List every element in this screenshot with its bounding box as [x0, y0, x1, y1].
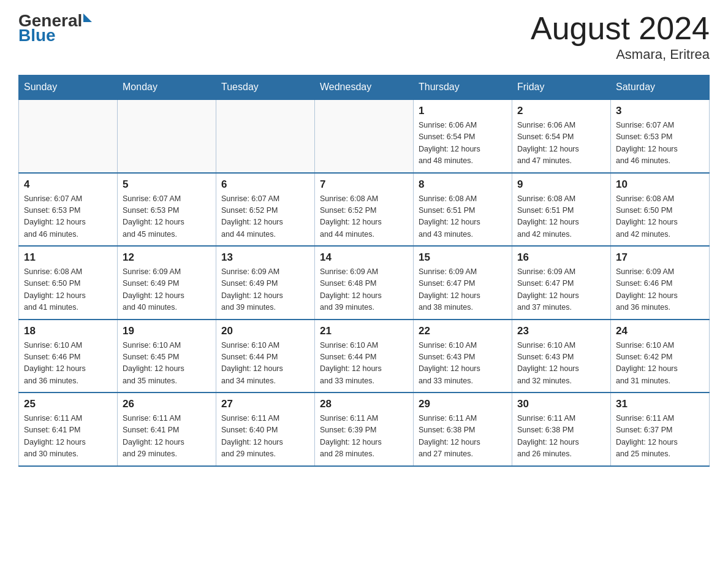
- col-sunday: Sunday: [19, 75, 118, 100]
- table-row: 4Sunrise: 6:07 AMSunset: 6:53 PMDaylight…: [19, 173, 118, 247]
- table-row: 15Sunrise: 6:09 AMSunset: 6:47 PMDayligh…: [414, 246, 512, 320]
- day-number: 23: [517, 325, 605, 337]
- table-row: 3Sunrise: 6:07 AMSunset: 6:53 PMDaylight…: [611, 99, 710, 173]
- day-number: 30: [517, 398, 605, 410]
- calendar-week-row: 25Sunrise: 6:11 AMSunset: 6:41 PMDayligh…: [19, 393, 710, 466]
- table-row: 12Sunrise: 6:09 AMSunset: 6:49 PMDayligh…: [118, 246, 216, 320]
- table-row: 29Sunrise: 6:11 AMSunset: 6:38 PMDayligh…: [414, 393, 512, 466]
- day-info: Sunrise: 6:08 AMSunset: 6:51 PMDaylight:…: [517, 193, 605, 241]
- day-info: Sunrise: 6:11 AMSunset: 6:38 PMDaylight:…: [517, 413, 605, 461]
- day-number: 17: [616, 251, 704, 264]
- day-number: 25: [24, 398, 112, 410]
- table-row: 11Sunrise: 6:08 AMSunset: 6:50 PMDayligh…: [19, 246, 118, 320]
- table-row: 19Sunrise: 6:10 AMSunset: 6:45 PMDayligh…: [118, 320, 216, 393]
- calendar-header-row: Sunday Monday Tuesday Wednesday Thursday…: [19, 75, 710, 100]
- day-info: Sunrise: 6:11 AMSunset: 6:41 PMDaylight:…: [24, 413, 112, 461]
- day-info: Sunrise: 6:09 AMSunset: 6:49 PMDaylight:…: [123, 266, 211, 314]
- table-row: 7Sunrise: 6:08 AMSunset: 6:52 PMDaylight…: [315, 173, 414, 247]
- table-row: [118, 99, 216, 173]
- logo: General Blue: [18, 12, 92, 44]
- table-row: [19, 99, 118, 173]
- day-info: Sunrise: 6:10 AMSunset: 6:43 PMDaylight:…: [419, 340, 507, 388]
- day-info: Sunrise: 6:11 AMSunset: 6:39 PMDaylight:…: [320, 413, 408, 461]
- day-info: Sunrise: 6:10 AMSunset: 6:42 PMDaylight:…: [616, 340, 704, 388]
- table-row: 18Sunrise: 6:10 AMSunset: 6:46 PMDayligh…: [19, 320, 118, 393]
- table-row: 25Sunrise: 6:11 AMSunset: 6:41 PMDayligh…: [19, 393, 118, 466]
- day-number: 4: [24, 178, 112, 191]
- day-info: Sunrise: 6:08 AMSunset: 6:51 PMDaylight:…: [419, 193, 507, 241]
- table-row: 28Sunrise: 6:11 AMSunset: 6:39 PMDayligh…: [315, 393, 414, 466]
- table-row: 24Sunrise: 6:10 AMSunset: 6:42 PMDayligh…: [611, 320, 710, 393]
- calendar-week-row: 1Sunrise: 6:06 AMSunset: 6:54 PMDaylight…: [19, 99, 710, 173]
- table-row: 10Sunrise: 6:08 AMSunset: 6:50 PMDayligh…: [611, 173, 710, 247]
- day-number: 14: [320, 251, 408, 264]
- day-number: 8: [419, 178, 507, 191]
- day-info: Sunrise: 6:09 AMSunset: 6:48 PMDaylight:…: [320, 266, 408, 314]
- day-info: Sunrise: 6:11 AMSunset: 6:41 PMDaylight:…: [123, 413, 211, 461]
- table-row: 30Sunrise: 6:11 AMSunset: 6:38 PMDayligh…: [512, 393, 611, 466]
- table-row: 5Sunrise: 6:07 AMSunset: 6:53 PMDaylight…: [118, 173, 216, 247]
- day-info: Sunrise: 6:08 AMSunset: 6:50 PMDaylight:…: [24, 266, 112, 314]
- day-number: 10: [616, 178, 704, 191]
- table-row: 8Sunrise: 6:08 AMSunset: 6:51 PMDaylight…: [414, 173, 512, 247]
- day-number: 19: [123, 325, 211, 337]
- day-info: Sunrise: 6:07 AMSunset: 6:53 PMDaylight:…: [123, 193, 211, 241]
- logo-text-blue: Blue: [18, 27, 92, 44]
- month-title: August 2024: [531, 12, 710, 44]
- day-info: Sunrise: 6:11 AMSunset: 6:37 PMDaylight:…: [616, 413, 704, 461]
- day-number: 11: [24, 251, 112, 264]
- day-number: 7: [320, 178, 408, 191]
- table-row: 27Sunrise: 6:11 AMSunset: 6:40 PMDayligh…: [216, 393, 315, 466]
- day-info: Sunrise: 6:09 AMSunset: 6:47 PMDaylight:…: [419, 266, 507, 314]
- day-info: Sunrise: 6:07 AMSunset: 6:53 PMDaylight:…: [616, 120, 704, 167]
- table-row: [315, 99, 414, 173]
- day-number: 27: [221, 398, 309, 410]
- day-number: 31: [616, 398, 704, 410]
- table-row: 20Sunrise: 6:10 AMSunset: 6:44 PMDayligh…: [216, 320, 315, 393]
- day-info: Sunrise: 6:06 AMSunset: 6:54 PMDaylight:…: [517, 120, 605, 167]
- table-row: 1Sunrise: 6:06 AMSunset: 6:54 PMDaylight…: [414, 99, 512, 173]
- table-row: 6Sunrise: 6:07 AMSunset: 6:52 PMDaylight…: [216, 173, 315, 247]
- day-info: Sunrise: 6:07 AMSunset: 6:53 PMDaylight:…: [24, 193, 112, 241]
- day-number: 1: [419, 105, 507, 117]
- day-info: Sunrise: 6:10 AMSunset: 6:44 PMDaylight:…: [221, 340, 309, 388]
- day-number: 9: [517, 178, 605, 191]
- table-row: 17Sunrise: 6:09 AMSunset: 6:46 PMDayligh…: [611, 246, 710, 320]
- title-section: August 2024 Asmara, Eritrea: [531, 12, 710, 63]
- day-info: Sunrise: 6:06 AMSunset: 6:54 PMDaylight:…: [419, 120, 507, 167]
- day-info: Sunrise: 6:10 AMSunset: 6:45 PMDaylight:…: [123, 340, 211, 388]
- day-info: Sunrise: 6:11 AMSunset: 6:38 PMDaylight:…: [419, 413, 507, 461]
- day-info: Sunrise: 6:11 AMSunset: 6:40 PMDaylight:…: [221, 413, 309, 461]
- page-header: General Blue August 2024 Asmara, Eritrea: [18, 12, 710, 63]
- table-row: 16Sunrise: 6:09 AMSunset: 6:47 PMDayligh…: [512, 246, 611, 320]
- day-info: Sunrise: 6:07 AMSunset: 6:52 PMDaylight:…: [221, 193, 309, 241]
- table-row: 23Sunrise: 6:10 AMSunset: 6:43 PMDayligh…: [512, 320, 611, 393]
- day-number: 12: [123, 251, 211, 264]
- location-title: Asmara, Eritrea: [531, 47, 710, 63]
- calendar-week-row: 18Sunrise: 6:10 AMSunset: 6:46 PMDayligh…: [19, 320, 710, 393]
- col-friday: Friday: [512, 75, 611, 100]
- day-info: Sunrise: 6:10 AMSunset: 6:46 PMDaylight:…: [24, 340, 112, 388]
- day-number: 5: [123, 178, 211, 191]
- col-monday: Monday: [118, 75, 216, 100]
- day-number: 26: [123, 398, 211, 410]
- col-tuesday: Tuesday: [216, 75, 315, 100]
- day-info: Sunrise: 6:09 AMSunset: 6:47 PMDaylight:…: [517, 266, 605, 314]
- table-row: 14Sunrise: 6:09 AMSunset: 6:48 PMDayligh…: [315, 246, 414, 320]
- day-number: 15: [419, 251, 507, 264]
- table-row: 26Sunrise: 6:11 AMSunset: 6:41 PMDayligh…: [118, 393, 216, 466]
- day-number: 22: [419, 325, 507, 337]
- day-number: 3: [616, 105, 704, 117]
- table-row: 21Sunrise: 6:10 AMSunset: 6:44 PMDayligh…: [315, 320, 414, 393]
- col-wednesday: Wednesday: [315, 75, 414, 100]
- day-number: 28: [320, 398, 408, 410]
- day-number: 6: [221, 178, 309, 191]
- day-number: 16: [517, 251, 605, 264]
- table-row: [216, 99, 315, 173]
- day-number: 24: [616, 325, 704, 337]
- day-info: Sunrise: 6:10 AMSunset: 6:44 PMDaylight:…: [320, 340, 408, 388]
- day-number: 21: [320, 325, 408, 337]
- day-info: Sunrise: 6:10 AMSunset: 6:43 PMDaylight:…: [517, 340, 605, 388]
- col-saturday: Saturday: [611, 75, 710, 100]
- day-number: 18: [24, 325, 112, 337]
